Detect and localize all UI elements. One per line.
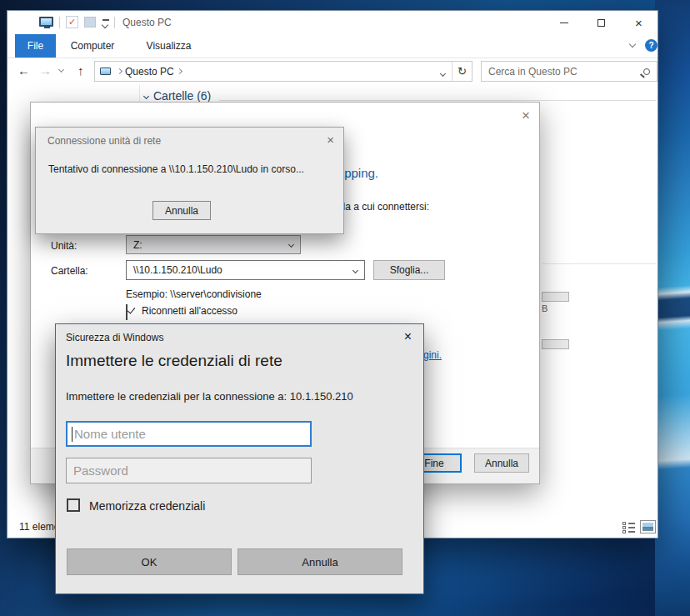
qat-separator xyxy=(59,17,60,28)
example-text: Esempio: \\server\condivisione xyxy=(126,288,262,300)
breadcrumb-chevron-icon[interactable] xyxy=(117,68,122,74)
close-button[interactable]: × xyxy=(620,11,658,34)
tab-view[interactable]: Visualizza xyxy=(129,34,208,58)
maximize-button[interactable] xyxy=(582,11,620,34)
folder-label: Cartella: xyxy=(51,265,88,277)
cancel-button[interactable]: Annulla xyxy=(152,201,211,220)
desktop: ✓ Questo PC × File Computer Visualizza ?… xyxy=(0,0,690,616)
recent-locations-icon[interactable] xyxy=(58,67,64,73)
qat-customize-icon[interactable] xyxy=(102,18,110,28)
chevron-down-icon xyxy=(288,242,294,248)
thumbnail-view-icon[interactable] xyxy=(640,520,656,533)
text-caret xyxy=(72,427,72,442)
drive-size-text: B xyxy=(542,303,548,313)
folder-combobox[interactable]: \\10.1.150.210\Ludo xyxy=(126,260,365,280)
qat-properties-icon[interactable]: ✓ xyxy=(66,16,78,28)
dialog-title: Sicurezza di Windows xyxy=(66,332,163,343)
breadcrumb[interactable]: Questo PC xyxy=(125,66,174,78)
reconnect-label: Riconnetti all'accesso xyxy=(142,305,238,317)
refresh-icon[interactable]: ↻ xyxy=(452,62,472,81)
browse-button[interactable]: Sfoglia... xyxy=(373,260,445,280)
group-header-rule xyxy=(219,100,656,101)
username-field[interactable] xyxy=(66,421,312,447)
window-title: Questo PC xyxy=(122,11,172,34)
close-icon[interactable]: × xyxy=(404,330,412,343)
forward-button[interactable]: → xyxy=(39,64,52,77)
this-pc-icon xyxy=(39,17,53,27)
reconnect-checkbox[interactable] xyxy=(126,304,128,320)
up-button[interactable]: ↑ xyxy=(78,64,84,77)
nav-pane-separator xyxy=(139,85,140,103)
ribbon-expand-icon[interactable] xyxy=(629,41,636,48)
collapse-group-icon[interactable] xyxy=(143,93,149,98)
help-icon[interactable]: ? xyxy=(645,39,658,52)
group-header-rule xyxy=(542,263,656,264)
cancel-button[interactable]: Annulla xyxy=(474,453,529,473)
chevron-down-icon xyxy=(352,267,358,273)
dialog-title: Connessione unità di rete xyxy=(48,135,161,147)
close-icon[interactable]: × xyxy=(327,133,334,146)
windows-security-dialog: Sicurezza di Windows × Immettere le cred… xyxy=(55,323,424,594)
remember-credentials-checkbox[interactable] xyxy=(67,498,80,512)
close-icon[interactable]: × xyxy=(522,108,530,123)
qat-new-folder-icon[interactable] xyxy=(84,17,96,28)
connecting-message: Tentativo di connessione a \\10.1.150.21… xyxy=(48,163,304,175)
navigation-bar: ← → ↑ Questo PC ↻ Cerca in Questo PC xyxy=(8,58,658,85)
search-placeholder: Cerca in Questo PC xyxy=(488,66,578,78)
search-icon[interactable] xyxy=(643,68,650,75)
tab-file[interactable]: File xyxy=(15,34,56,58)
title-bar[interactable]: ✓ Questo PC × xyxy=(8,11,658,34)
wallpaper-beams xyxy=(655,0,690,616)
tab-computer[interactable]: Computer xyxy=(56,34,129,58)
this-pc-icon xyxy=(100,68,111,75)
details-view-icon[interactable] xyxy=(622,522,635,533)
breadcrumb-chevron-icon[interactable] xyxy=(177,68,182,74)
qat-separator xyxy=(114,17,115,28)
credentials-message: Immettere le credenziali per la connessi… xyxy=(66,390,353,403)
ribbon-tabs: File Computer Visualizza ? xyxy=(8,34,658,58)
minimize-button[interactable] xyxy=(545,11,582,34)
password-field[interactable] xyxy=(66,458,312,483)
ok-button[interactable]: OK xyxy=(67,548,232,575)
cancel-button[interactable]: Annulla xyxy=(238,548,402,575)
address-bar[interactable]: Questo PC ↻ xyxy=(94,61,472,82)
drive-usage-bar xyxy=(542,339,569,349)
credentials-heading: Immettere le credenziali di rete xyxy=(66,352,282,370)
connecting-dialog: Connessione unità di rete × Tentativo di… xyxy=(35,127,344,234)
group-header-folders[interactable]: Cartelle (6) xyxy=(144,89,211,103)
drive-select[interactable]: Z: xyxy=(126,235,301,254)
back-button[interactable]: ← xyxy=(18,64,30,77)
address-dropdown-icon[interactable] xyxy=(433,64,452,79)
remember-credentials-label: Memorizza credenziali xyxy=(89,499,205,513)
search-box[interactable]: Cerca in Questo PC xyxy=(481,61,658,82)
drive-label: Unità: xyxy=(51,240,77,252)
drive-usage-bar xyxy=(542,292,569,302)
